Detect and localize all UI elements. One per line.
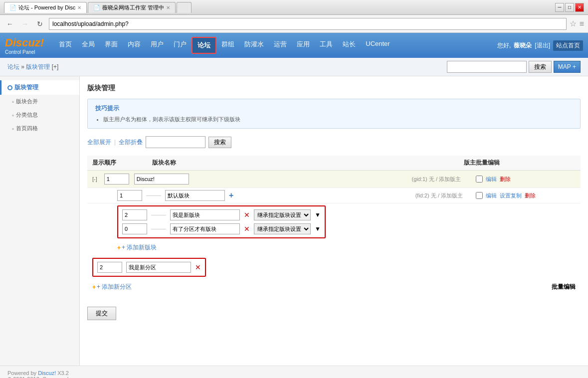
new-subforum-order-2[interactable] xyxy=(122,223,147,234)
add-new-forum-row: + + 添加新版块 xyxy=(87,240,581,255)
username-text: 薇晓朵 xyxy=(514,41,532,50)
section-gid-label: (gid:1) 无 / 添加版主 xyxy=(412,176,461,183)
subforum-name-input[interactable] xyxy=(165,190,225,201)
new-section-row: ✕ xyxy=(97,262,201,273)
subforum-checkbox[interactable] xyxy=(476,192,483,199)
tab-close-icon-2[interactable]: ✕ xyxy=(166,5,170,10)
address-input[interactable] xyxy=(49,18,567,30)
section-search-input[interactable] xyxy=(146,136,205,148)
remove-subforum-1-button[interactable]: ✕ xyxy=(244,211,250,219)
breadcrumb-manage[interactable]: 版块管理 xyxy=(26,63,50,70)
tab-icon-2: 📄 xyxy=(93,4,100,11)
reload-button[interactable]: ↻ xyxy=(34,18,46,30)
col-order: 显示顺序 xyxy=(92,159,152,167)
back-button[interactable]: ← xyxy=(4,18,16,30)
map-button[interactable]: MAP + xyxy=(554,61,581,73)
add-new-forum-label: + 添加新版块 xyxy=(122,243,157,252)
new-subforum-order-1[interactable] xyxy=(122,209,147,220)
col-name: 版块名称 xyxy=(152,159,376,167)
nav-user[interactable]: 用户 xyxy=(146,37,169,54)
nav-webmaster[interactable]: 站长 xyxy=(338,37,361,54)
nav-group[interactable]: 群组 xyxy=(216,37,239,54)
new-section-order[interactable] xyxy=(97,262,122,273)
nav-antispam[interactable]: 防灌水 xyxy=(239,37,269,54)
expand-all-link[interactable]: 全部展开 xyxy=(87,138,111,147)
section-order-input[interactable] xyxy=(104,174,129,185)
logout-link[interactable]: [退出] xyxy=(535,41,550,50)
add-new-forum-button[interactable]: + + 添加新版块 xyxy=(117,243,576,252)
tab-new[interactable] xyxy=(177,2,192,13)
nav-ucenter[interactable]: UCenter xyxy=(361,37,394,54)
sidebar-item-merge[interactable]: ◦ 版块合并 xyxy=(0,95,79,108)
remove-subforum-2-button[interactable]: ✕ xyxy=(244,225,250,233)
controls-bar: 全部展开 | 全部折叠 搜索 xyxy=(87,136,581,148)
new-subforum-name-1[interactable] xyxy=(170,209,240,220)
col-moderator: 版主 xyxy=(376,159,476,167)
subforum-order-input[interactable] xyxy=(117,190,142,201)
nav-interface[interactable]: 界面 xyxy=(100,37,123,54)
section-batch-cell: 编辑 删除 xyxy=(476,176,576,183)
nav-portal[interactable]: 门户 xyxy=(169,37,192,54)
footer-copyright: © 2001-2013, Comsenz Inc. xyxy=(7,376,76,378)
sidebar-item-homepage[interactable]: ◦ 首页四格 xyxy=(0,122,79,135)
submit-button[interactable]: 提交 xyxy=(87,307,116,320)
subforum-edit-link[interactable]: 编辑 xyxy=(486,192,497,199)
sidebar-label-homepage: 首页四格 xyxy=(16,125,38,132)
inherit-select-2[interactable]: 继承指定版块设置 xyxy=(254,223,311,234)
nav-content[interactable]: 内容 xyxy=(123,37,146,54)
nav-tools[interactable]: 工具 xyxy=(315,37,338,54)
maximize-button[interactable]: □ xyxy=(565,3,574,12)
sub-bullet-icon-2: ◦ xyxy=(12,112,14,118)
close-button[interactable]: ✕ xyxy=(575,3,584,12)
subforum-copy-link[interactable]: 设置复制 xyxy=(500,192,522,199)
section-search-button[interactable]: 搜索 xyxy=(208,137,231,148)
section-edit-link[interactable]: 编辑 xyxy=(486,176,497,183)
section-name-input[interactable] xyxy=(134,174,189,185)
remove-section-button[interactable]: ✕ xyxy=(195,263,201,271)
breadcrumb-bar: 论坛 » 版块管理 [+] 搜索 MAP + xyxy=(0,58,588,76)
nav-home[interactable]: 首页 xyxy=(54,37,77,54)
titlebar-left: 📄 论坛 - Powered by Disc ✕ 📄 薇晓朵网络工作室 管理中 … xyxy=(4,2,192,13)
main-content: 版块管理 ◦ 版块合并 ◦ 分类信息 ◦ 首页四格 版块管理 技巧提示 版主 xyxy=(0,76,588,366)
tab-close-icon[interactable]: ✕ xyxy=(77,5,81,10)
minimize-button[interactable]: ─ xyxy=(555,3,564,12)
breadcrumb-search-button[interactable]: 搜索 xyxy=(529,61,552,73)
batch-edit-label: 批量编辑 xyxy=(552,283,576,291)
collapse-all-link[interactable]: 全部折叠 xyxy=(119,138,143,147)
browser-content: Discuz! Control Panel 首页 全局 界面 内容 用户 门户 … xyxy=(0,33,588,378)
subforum-batch-cell: 编辑 设置复制 删除 xyxy=(476,192,576,199)
nav-forum[interactable]: 论坛 xyxy=(192,37,216,54)
sidebar-item-category[interactable]: ◦ 分类信息 xyxy=(0,108,79,122)
menu-icon[interactable]: ≡ xyxy=(580,19,584,28)
nav-app[interactable]: 应用 xyxy=(292,37,315,54)
bookmark-icon[interactable]: ☆ xyxy=(570,19,577,28)
new-section-name[interactable] xyxy=(126,262,191,273)
titlebar: 📄 论坛 - Powered by Disc ✕ 📄 薇晓朵网络工作室 管理中 … xyxy=(0,0,588,15)
forward-button[interactable]: → xyxy=(19,18,31,30)
site-home-link[interactable]: 站点首页 xyxy=(553,40,583,51)
breadcrumb-action: [+] xyxy=(52,63,59,70)
add-sub-forum-button[interactable]: + xyxy=(229,191,233,200)
footer-powered: Powered by xyxy=(7,370,36,376)
subforum-delete-link[interactable]: 删除 xyxy=(525,192,536,199)
subforum-moderator-label: (fid:2) 无 / 添加版主 xyxy=(415,192,463,199)
tips-box: 技巧提示 版主用户名为粗体，则表示该版主权限可继承到下级版块 xyxy=(87,99,581,129)
section-checkbox[interactable] xyxy=(476,176,483,183)
expand-collapse-button[interactable]: [-] xyxy=(92,176,97,182)
nav-global[interactable]: 全局 xyxy=(77,37,100,54)
forum-section-1: [-] (gid:1) 无 / 添加版主 编辑 删除 xyxy=(87,171,581,294)
add-new-section-label: + 添加新分区 xyxy=(97,283,132,291)
breadcrumb-search-input[interactable] xyxy=(447,61,527,73)
new-subforum-name-2[interactable] xyxy=(170,223,240,234)
tips-title: 技巧提示 xyxy=(95,104,573,113)
add-new-section-button[interactable]: + + 添加新分区 xyxy=(92,283,132,291)
tab-forum[interactable]: 📄 论坛 - Powered by Disc ✕ xyxy=(4,2,87,13)
nav-operation[interactable]: 运营 xyxy=(269,37,292,54)
section-delete-link[interactable]: 删除 xyxy=(500,176,511,183)
breadcrumb-forum[interactable]: 论坛 xyxy=(7,63,19,70)
nav-right: 您好, 薇晓朵 [退出] 站点首页 xyxy=(497,40,583,51)
sidebar-item-forum-manage[interactable]: 版块管理 xyxy=(0,80,79,95)
tab-admin[interactable]: 📄 薇晓朵网络工作室 管理中 ✕ xyxy=(88,2,176,13)
sidebar-label-forum-manage: 版块管理 xyxy=(14,83,38,92)
inherit-select-1[interactable]: 继承指定版块设置 xyxy=(254,209,311,220)
